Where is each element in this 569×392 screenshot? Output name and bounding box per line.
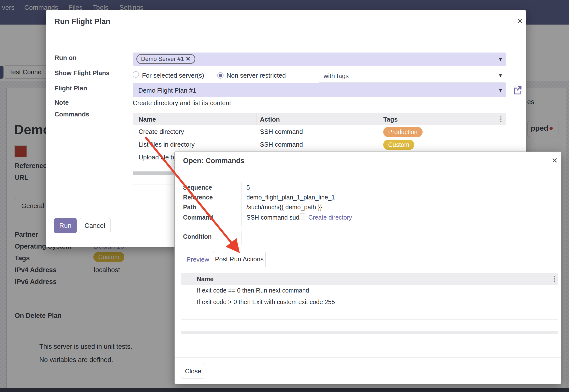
- run-modal-close-icon[interactable]: ✕: [516, 16, 524, 26]
- cmd-label-divider-2: [242, 231, 242, 245]
- tag-custom-pill: Custom: [383, 140, 414, 150]
- post-run-row-name: If exit code > 0 then Exit with custom e…: [197, 298, 335, 306]
- table-options-icon[interactable]: ⋮: [498, 115, 504, 123]
- external-link-icon[interactable]: [512, 84, 523, 95]
- run-button[interactable]: Run: [54, 218, 77, 233]
- row-name: Upload file by: [139, 154, 177, 161]
- cmd-label-divider: [242, 182, 242, 226]
- flight-plan-value: Demo Flight Plan #1: [138, 87, 196, 94]
- screenshot-page: vers Commands Files Tools Settings Test …: [0, 0, 569, 392]
- col-name[interactable]: Name: [139, 116, 156, 123]
- command-link[interactable]: Create directory: [308, 214, 352, 221]
- post-run-row[interactable]: If exit code > 0 then Exit with custom e…: [181, 296, 558, 308]
- path-label: Path: [183, 204, 196, 211]
- reference-field-label: Reference: [183, 194, 213, 201]
- row-name: Create directory: [139, 128, 184, 136]
- commands-label: Commands: [55, 111, 89, 118]
- with-tags-select[interactable]: with tags ▾: [318, 69, 506, 83]
- post-run-row-empty: [181, 308, 558, 320]
- header-col-sep: [380, 113, 380, 126]
- post-run-row-name: If exit code == 0 then Run next command: [197, 287, 309, 294]
- path-value: /such/much/{{ demo_path }}: [246, 204, 322, 211]
- post-run-table-header: Name ⋮: [181, 273, 558, 285]
- commands-modal-close-icon[interactable]: ✕: [552, 156, 558, 165]
- cancel-button[interactable]: Cancel: [79, 218, 111, 233]
- remove-tag-icon[interactable]: ✕: [185, 56, 190, 62]
- condition-label: Condition: [183, 233, 212, 240]
- show-flight-plans-label: Show Flight Plans: [55, 69, 110, 77]
- table-row[interactable]: List files in directory SSH command Cust…: [133, 138, 506, 151]
- commands-modal-header-divider: [175, 176, 561, 176]
- radio-selected-dot: [219, 74, 222, 77]
- run-modal-title: Run Flight Plan: [55, 17, 110, 26]
- radio-non-restricted[interactable]: [217, 72, 224, 79]
- commands-modal-footer-divider: [175, 357, 561, 358]
- note-value: Create directory and list its content: [133, 99, 231, 107]
- run-on-label: Run on: [55, 54, 77, 62]
- open-commands-modal: Open: Commands ✕ Sequence Reference Path…: [174, 152, 561, 384]
- sequence-value: 5: [246, 184, 250, 191]
- tag-production-pill: Production: [383, 127, 423, 137]
- col-tags[interactable]: Tags: [383, 116, 398, 123]
- run-on-select[interactable]: Demo Server #1 ✕ ▾: [133, 53, 506, 66]
- command-label: Command: [183, 214, 213, 221]
- flight-plan-select[interactable]: Demo Flight Plan #1 ▾: [133, 83, 506, 97]
- radio-selected-servers-label[interactable]: For selected server(s): [142, 72, 204, 79]
- run-on-server-tag-label: Demo Server #1: [141, 56, 184, 62]
- post-run-table-options-icon[interactable]: ⋮: [551, 275, 557, 283]
- run-on-caret-icon[interactable]: ▾: [499, 56, 502, 63]
- row-name: List files in directory: [139, 141, 195, 148]
- with-tags-value: with tags: [324, 72, 349, 80]
- post-run-row[interactable]: If exit code == 0 then Run next command: [181, 285, 558, 296]
- radio-selected-servers[interactable]: [133, 71, 139, 78]
- flight-plan-label: Flight Plan: [55, 84, 87, 92]
- reference-value: demo_flight_plan_1_plan_line_1: [246, 194, 335, 201]
- run-modal-header-divider: [46, 35, 526, 35]
- header-col-sep: [256, 113, 257, 126]
- run-on-server-tag[interactable]: Demo Server #1 ✕: [136, 54, 195, 64]
- commands-modal-title: Open: Commands: [183, 157, 244, 165]
- post-run-scrollbar[interactable]: [181, 331, 558, 334]
- note-label: Note: [55, 99, 69, 106]
- radio-non-restricted-label[interactable]: Non server restricted: [227, 72, 286, 79]
- table-row[interactable]: Create directory SSH command Production: [133, 125, 506, 138]
- commands-table-header: Name Action Tags ⋮: [133, 113, 506, 126]
- col-action[interactable]: Action: [260, 116, 280, 123]
- tab-preview[interactable]: Preview: [186, 256, 209, 263]
- flight-plan-caret-icon[interactable]: ▾: [499, 87, 502, 94]
- header-col-sep: [194, 273, 194, 285]
- modal-label-divider: [128, 50, 128, 180]
- close-button[interactable]: Close: [181, 364, 205, 378]
- tab-post-run-actions[interactable]: Post Run Actions: [213, 251, 266, 267]
- post-run-col-name[interactable]: Name: [197, 276, 213, 283]
- sequence-label: Sequence: [183, 184, 212, 191]
- command-value: SSH command sudo: [246, 214, 303, 221]
- row-action: SSH command: [260, 128, 303, 136]
- sudo-checkbox[interactable]: [299, 213, 305, 220]
- row-action: SSH command: [260, 141, 303, 148]
- with-tags-caret-icon[interactable]: ▾: [499, 72, 502, 79]
